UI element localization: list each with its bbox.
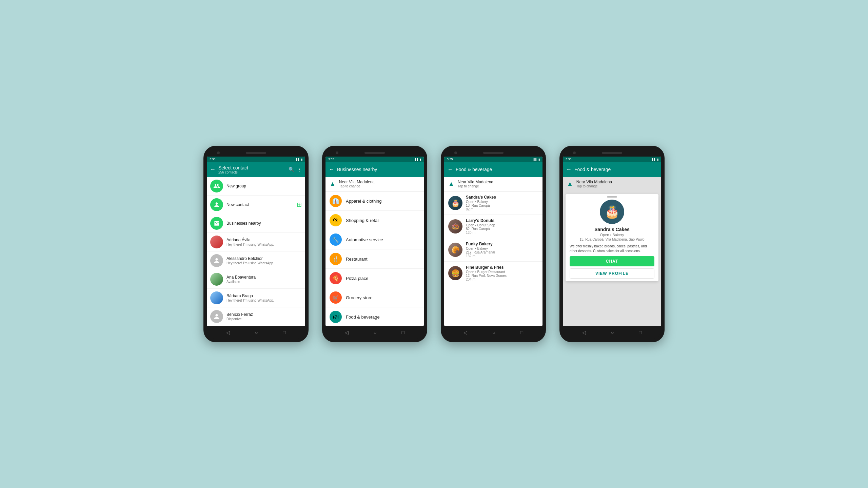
- cat-auto[interactable]: 🔧 Automotive service: [326, 230, 424, 249]
- menu-icon-1[interactable]: ⋮: [297, 167, 302, 172]
- location-text-4: Near Vila Madalena Tap to change: [576, 180, 657, 188]
- contact-barbara[interactable]: Bárbara Braga Hey there! I'm using Whats…: [207, 289, 305, 307]
- businesses-nearby-item[interactable]: Businesses nearby: [207, 214, 305, 233]
- location-bar-2[interactable]: ▲ Near Vila Madalena Tap to change: [326, 177, 424, 191]
- signal-2: ▌▌: [415, 158, 419, 161]
- biz-burger[interactable]: 🍔 Fine Burger & Fries Open • Burger Rest…: [444, 262, 542, 285]
- app-header-1: ← Select contact 256 contacts 🔍 ⋮: [207, 162, 305, 177]
- avatar-barbara: [210, 291, 223, 304]
- cat-restaurant[interactable]: 🍴 Restaurant: [326, 249, 424, 269]
- nav-back-2[interactable]: ◁: [345, 330, 349, 335]
- biz-larrys-info: Larry's Donuts Open • Donut Shop 82, Rua…: [466, 218, 538, 235]
- new-group-info: New group: [226, 184, 302, 188]
- nav-back-4[interactable]: ◁: [582, 330, 586, 335]
- cat-shopping[interactable]: 🛍 Shopping & retail: [326, 211, 424, 230]
- nav-recents-4[interactable]: □: [639, 330, 642, 335]
- back-button-3[interactable]: ←: [448, 166, 453, 172]
- cat-pizza[interactable]: 🍕 Pizza place: [326, 269, 424, 288]
- cat-label-grocery: Grocery store: [346, 295, 373, 300]
- phone-4-screen: 3:35 ▌▌ ▮ ← Food & beverage ▲ Near Vila …: [563, 157, 661, 326]
- cat-apparel[interactable]: 👔 Apparel & clothing: [326, 191, 424, 211]
- biz-funky-info: Funky Bakery Open • Bakery 217, Rua Aram…: [466, 242, 538, 258]
- cat-label-auto: Automotive service: [346, 237, 383, 242]
- biz-sandras[interactable]: 🎂 Sandra's Cakes Open • Bakery 13, Rua C…: [444, 191, 542, 215]
- nav-home-3[interactable]: ○: [492, 330, 495, 335]
- location-text-3: Near Vila Madalena Tap to change: [458, 180, 538, 188]
- app-header-4: ← Food & beverage: [563, 162, 661, 177]
- cat-label-pizza: Pizza place: [346, 276, 368, 281]
- profile-screen: ▲ Near Vila Madalena Tap to change 🎂 San…: [563, 177, 661, 326]
- cat-icon-pizza: 🍕: [330, 272, 342, 284]
- search-icon-1[interactable]: 🔍: [289, 167, 294, 172]
- profile-name: Sandra's Cakes: [566, 227, 658, 232]
- contact-ana[interactable]: Ana Boaventura Available: [207, 270, 305, 289]
- nav-recents-1[interactable]: □: [283, 330, 286, 335]
- phone-speaker: [246, 152, 266, 154]
- nav-home-1[interactable]: ○: [255, 330, 258, 335]
- header-title-4: Food & beverage: [574, 167, 658, 172]
- header-subtitle-1: 256 contacts: [218, 170, 286, 174]
- bottom-nav-3: ◁ ○ □: [444, 326, 542, 339]
- nav-back-3[interactable]: ◁: [463, 330, 467, 335]
- phone-camera: [217, 151, 220, 154]
- location-bar-4[interactable]: ▲ Near Vila Madalena Tap to change: [563, 177, 661, 191]
- nav-recents-2[interactable]: □: [402, 330, 405, 335]
- new-contact-icon: [210, 198, 223, 211]
- new-contact-item[interactable]: New contact ⊞: [207, 196, 305, 214]
- contact-adriana[interactable]: Adriana Ávila Hey there! I'm using Whats…: [207, 233, 305, 251]
- nav-home-2[interactable]: ○: [374, 330, 376, 335]
- profile-description: We offer freshly baked breads, cakes, pa…: [570, 244, 654, 253]
- status-time-3: 3:35: [447, 158, 453, 161]
- nav-recents-3[interactable]: □: [520, 330, 523, 335]
- food-bev-list: ▲ Near Vila Madalena Tap to change 🎂 San…: [444, 177, 542, 326]
- cat-icon-apparel: 👔: [330, 195, 342, 207]
- cat-grocery[interactable]: 🛒 Grocery store: [326, 288, 424, 307]
- status-bar-3: 3:35 ▌▌ ▮: [444, 157, 542, 162]
- avatar-larrys: 🍩: [448, 219, 462, 233]
- back-button-4[interactable]: ←: [566, 166, 572, 172]
- phone-3: 3:35 ▌▌ ▮ ← Food & beverage ▲ Near Vila …: [441, 146, 546, 342]
- avatar-benicio: [210, 310, 223, 323]
- profile-type: Open • Bakery: [566, 233, 658, 237]
- profile-card: 🎂 Sandra's Cakes Open • Bakery 13, Rua C…: [566, 194, 658, 281]
- avatar-funky: 🥐: [448, 243, 462, 257]
- profile-avatar: 🎂: [600, 200, 624, 224]
- cat-icon-food: 🍽: [330, 311, 342, 323]
- biz-burger-info: Fine Burger & Fries Open • Burger Restau…: [466, 265, 538, 281]
- signal-4: ▌▌: [652, 158, 656, 161]
- new-group-item[interactable]: New group: [207, 177, 305, 196]
- profile-address: 13, Rua Caropá, Vila Madalena, São Paulo: [566, 238, 658, 241]
- drag-handle: [607, 196, 617, 198]
- new-group-label: New group: [226, 184, 302, 188]
- back-button-1[interactable]: ←: [210, 166, 216, 172]
- phone-speaker-2: [364, 152, 385, 154]
- avatar-alessandro: [210, 254, 223, 267]
- biz-larrys[interactable]: 🍩 Larry's Donuts Open • Donut Shop 82, R…: [444, 215, 542, 238]
- contact-alessandro[interactable]: Alessandro Belchior Hey there! I'm using…: [207, 251, 305, 270]
- contact-alessandro-info: Alessandro Belchior Hey there! I'm using…: [226, 256, 302, 265]
- battery-2: ▮: [420, 158, 421, 161]
- avatar-ana: [210, 273, 223, 286]
- signal-icon: ▌▌: [296, 158, 300, 161]
- location-icon-3: ▲: [448, 180, 454, 187]
- biz-funky[interactable]: 🥐 Funky Bakery Open • Bakery 217, Rua Ar…: [444, 238, 542, 262]
- contact-benicio[interactable]: Benício Ferraz Disponível: [207, 307, 305, 326]
- new-group-icon: [210, 180, 223, 192]
- back-button-2[interactable]: ←: [329, 166, 334, 172]
- contact-adriana-info: Adriana Ávila Hey there! I'm using Whats…: [226, 238, 302, 246]
- location-bar-3[interactable]: ▲ Near Vila Madalena Tap to change: [444, 177, 542, 191]
- nav-home-4[interactable]: ○: [611, 330, 614, 335]
- phone-4: 3:35 ▌▌ ▮ ← Food & beverage ▲ Near Vila …: [559, 146, 665, 342]
- chat-button[interactable]: CHAT: [570, 256, 654, 266]
- phone-2: 3:35 ▌▌ ▮ ← Businesses nearby ▲ Near Vil…: [322, 146, 427, 342]
- app-header-2: ← Businesses nearby: [326, 162, 424, 177]
- status-bar-1: 3:35 ▌▌ ▮: [207, 157, 305, 162]
- avatar-adriana: [210, 236, 223, 248]
- biz-sandras-info: Sandra's Cakes Open • Bakery 13, Rua Car…: [466, 195, 538, 211]
- cat-label-apparel: Apparel & clothing: [346, 199, 382, 204]
- view-profile-button[interactable]: VIEW PROFILE: [570, 268, 654, 279]
- avatar-sandras: 🎂: [448, 196, 462, 210]
- cat-food[interactable]: 🍽 Food & beverage: [326, 307, 424, 326]
- contact-list: New group New contact ⊞: [207, 177, 305, 326]
- nav-back-1[interactable]: ◁: [226, 330, 230, 335]
